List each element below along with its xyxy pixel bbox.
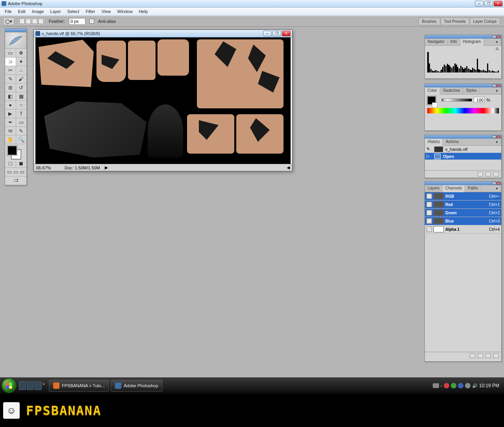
tray-chevron[interactable]: ‹	[441, 383, 442, 388]
jump-to-imageready[interactable]: ⮆	[5, 176, 26, 185]
palette-header[interactable]: ─×	[425, 182, 501, 185]
tab-paths[interactable]: Paths	[465, 185, 481, 192]
color-spectrum[interactable]	[427, 108, 499, 113]
healing-tool[interactable]: ✎	[5, 75, 16, 83]
menu-edit[interactable]: Edit	[15, 8, 29, 15]
tab-styles[interactable]: Styles	[463, 87, 480, 94]
palette-minimize-icon[interactable]: ─	[492, 84, 496, 87]
tab-swatches[interactable]: Swatches	[440, 87, 463, 94]
palette-minimize-icon[interactable]: ─	[492, 182, 496, 185]
slice-tool[interactable]: ⛬	[16, 66, 27, 74]
load-selection-icon[interactable]	[470, 353, 475, 358]
blur-tool[interactable]: ●	[5, 101, 16, 109]
tool-preset-dropdown[interactable]: ◯▾	[3, 17, 14, 25]
antialias-checkbox[interactable]: ✓	[89, 19, 94, 24]
new-snapshot-icon[interactable]	[485, 172, 491, 176]
feather-input[interactable]	[69, 18, 85, 25]
pen-tool[interactable]: ✒	[5, 118, 16, 126]
zoom-tool[interactable]: 🔍	[16, 136, 27, 144]
magic-wand-tool[interactable]: ✦	[16, 58, 27, 66]
dock-tab-layer-comps[interactable]: Layer Comps	[470, 18, 500, 25]
crop-tool[interactable]: ✂	[5, 66, 16, 74]
maximize-button[interactable]: ❐	[484, 1, 493, 6]
dock-tab-brushes[interactable]: Brushes	[419, 18, 440, 25]
color-swatches[interactable]	[5, 144, 26, 159]
tray-icon[interactable]	[444, 383, 449, 388]
lasso-tool[interactable]: ⊃	[5, 58, 16, 66]
taskbar-clock[interactable]: 10:19 PM	[479, 383, 499, 388]
brush-source-icon[interactable]: ✎	[426, 147, 432, 152]
screen-mode[interactable]: ▭ ▭ ▭	[5, 168, 26, 176]
tray-icon[interactable]	[458, 383, 463, 388]
eraser-tool[interactable]: ◧	[5, 92, 16, 100]
visibility-icon[interactable]	[426, 226, 432, 232]
tab-history[interactable]: History	[425, 139, 443, 146]
k-slider[interactable]	[446, 98, 472, 102]
background-swatch[interactable]	[432, 102, 437, 108]
document-canvas[interactable]	[35, 37, 291, 164]
doc-info-menu[interactable]: ▶	[105, 165, 108, 170]
type-tool[interactable]: T	[16, 110, 27, 118]
visibility-icon[interactable]: ●	[426, 193, 432, 199]
toolbox-drag-handle[interactable]	[5, 29, 26, 32]
delete-state-icon[interactable]	[493, 172, 499, 176]
palette-menu-icon[interactable]: ▸	[493, 139, 501, 145]
taskbar-item-photoshop[interactable]: Adobe Photoshop	[111, 380, 162, 392]
doc-maximize-button[interactable]: ❐	[272, 31, 281, 36]
new-channel-icon[interactable]	[485, 353, 491, 358]
dock-tab-tool-presets[interactable]: Tool Presets	[441, 18, 469, 25]
brush-tool[interactable]: 🖌	[16, 75, 27, 83]
palette-close-icon[interactable]: ×	[497, 136, 500, 138]
save-selection-icon[interactable]	[478, 353, 483, 358]
history-step[interactable]: ▷ Open	[425, 153, 501, 160]
stamp-tool[interactable]: ⊞	[5, 84, 16, 92]
menu-file[interactable]: File	[2, 8, 15, 15]
palette-menu-icon[interactable]: ▸	[493, 87, 501, 94]
volume-icon[interactable]: 🔊	[472, 383, 478, 388]
eyedropper-tool[interactable]: ✎	[16, 127, 27, 135]
dodge-tool[interactable]: ○	[16, 101, 27, 109]
palette-menu-icon[interactable]: ▸	[493, 185, 501, 192]
visibility-icon[interactable]: ●	[426, 210, 432, 215]
channel-row[interactable]: Alpha 1Ctrl+4	[425, 225, 501, 234]
tab-histogram[interactable]: Histogram	[460, 39, 484, 46]
menu-window[interactable]: Window	[114, 8, 136, 15]
channel-row[interactable]: ●BlueCtrl+3	[425, 217, 501, 225]
ql-item[interactable]	[35, 381, 42, 390]
palette-header[interactable]: ─×	[425, 35, 501, 39]
delete-channel-icon[interactable]	[493, 353, 499, 358]
close-button[interactable]: ✕	[494, 1, 502, 6]
notes-tool[interactable]: ✉	[5, 127, 16, 135]
doc-close-button[interactable]: ✕	[282, 31, 291, 36]
menu-filter[interactable]: Filter	[82, 8, 98, 15]
menu-layer[interactable]: Layer	[47, 8, 64, 15]
quick-mask-toggle-on[interactable]: ◼	[16, 159, 27, 167]
quick-mask-toggle-off[interactable]: ◻	[5, 159, 16, 167]
tab-navigator[interactable]: Navigator	[425, 39, 448, 45]
ql-chevron[interactable]: »	[43, 381, 46, 390]
hand-tool[interactable]: ✋	[5, 136, 16, 144]
shape-tool[interactable]: ▭	[16, 118, 27, 126]
visibility-icon[interactable]: ●	[426, 218, 432, 224]
minimize-button[interactable]: ─	[475, 1, 484, 6]
document-titlebar[interactable]: v_hands.vtf @ 66.7% (RGB/8) ─ ❐ ✕	[34, 30, 292, 37]
menu-image[interactable]: Image	[29, 8, 47, 15]
tab-layers[interactable]: Layers	[425, 185, 443, 192]
channel-row[interactable]: ●RedCtrl+1	[425, 201, 501, 209]
history-brush-tool[interactable]: ↺	[16, 84, 27, 92]
channel-row[interactable]: ●RGBCtrl+~	[425, 192, 501, 201]
tray-icon[interactable]	[465, 383, 471, 388]
channel-row[interactable]: ●GreenCtrl+2	[425, 209, 501, 217]
palette-close-icon[interactable]: ×	[497, 35, 500, 38]
menu-view[interactable]: View	[98, 8, 114, 15]
menu-select[interactable]: Select	[64, 8, 83, 15]
palette-menu-icon[interactable]: ▸	[493, 39, 501, 45]
k-input[interactable]	[474, 97, 485, 103]
ql-item[interactable]	[27, 381, 34, 390]
history-snapshot[interactable]: ✎ v_hands.vtf	[425, 146, 501, 153]
new-doc-from-state-icon[interactable]	[478, 172, 483, 176]
palette-header[interactable]: ─×	[425, 84, 501, 87]
palette-minimize-icon[interactable]: ─	[492, 35, 496, 38]
doc-minimize-button[interactable]: ─	[263, 31, 272, 36]
palette-close-icon[interactable]: ×	[497, 182, 500, 185]
